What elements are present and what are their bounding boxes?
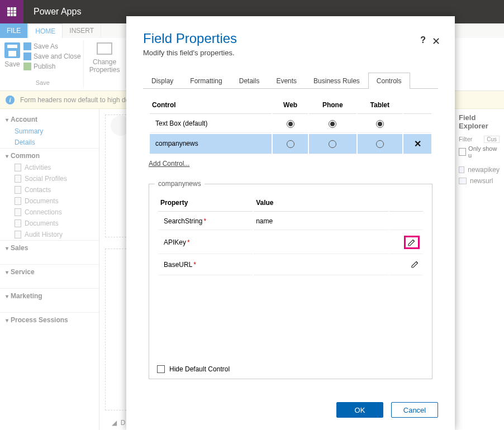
- radio-tablet[interactable]: [376, 140, 384, 148]
- tab-display[interactable]: Display: [143, 73, 182, 89]
- tab-details[interactable]: Details: [231, 73, 268, 89]
- property-value: name: [254, 213, 388, 230]
- dialog-title: Field Properties: [143, 31, 438, 46]
- col-tablet: Tablet: [358, 97, 402, 114]
- edit-pencil-icon[interactable]: [411, 260, 420, 269]
- control-name: Text Box (default): [150, 115, 272, 133]
- control-properties-fieldset: companynews Property Value SearchString*…: [149, 184, 432, 379]
- dialog-close-icon[interactable]: ✕: [432, 35, 440, 47]
- property-name: BaseURL*: [158, 255, 253, 275]
- control-row[interactable]: Text Box (default): [150, 115, 431, 133]
- col-web: Web: [273, 97, 308, 114]
- radio-web[interactable]: [287, 120, 294, 128]
- property-name: APIKey*: [158, 231, 253, 254]
- col-phone: Phone: [309, 97, 356, 114]
- edit-pencil-highlight[interactable]: [404, 236, 420, 249]
- radio-tablet[interactable]: [376, 120, 384, 128]
- controls-table: Control Web Phone Tablet Text Box (defau…: [149, 95, 432, 155]
- radio-web[interactable]: [287, 140, 294, 148]
- property-value: [254, 231, 388, 254]
- tab-controls[interactable]: Controls: [368, 73, 410, 89]
- fieldset-legend: companynews: [155, 180, 205, 188]
- app-name: Power Apps: [34, 7, 81, 17]
- property-value: [254, 255, 388, 275]
- tab-events[interactable]: Events: [268, 73, 305, 89]
- cancel-button[interactable]: Cancel: [391, 402, 438, 418]
- waffle-launcher[interactable]: [0, 0, 23, 23]
- delete-control-icon[interactable]: ✕: [414, 139, 421, 149]
- col-value: Value: [254, 194, 388, 212]
- waffle-icon: [7, 7, 16, 16]
- dialog-tabs: Display Formatting Details Events Busine…: [143, 73, 438, 89]
- control-row[interactable]: companynews✕: [150, 134, 431, 154]
- hide-default-label: Hide Default Control: [169, 365, 230, 373]
- tab-formatting[interactable]: Formatting: [182, 73, 230, 89]
- property-row: APIKey*: [158, 231, 423, 254]
- radio-phone[interactable]: [329, 140, 336, 148]
- col-control: Control: [150, 97, 272, 114]
- dialog-help-icon[interactable]: ?: [420, 35, 426, 45]
- property-row: BaseURL*: [158, 255, 423, 275]
- radio-phone[interactable]: [329, 120, 336, 128]
- ok-button[interactable]: OK: [336, 402, 383, 418]
- edit-pencil-icon[interactable]: [407, 238, 416, 247]
- property-row: SearchString*name: [158, 213, 423, 230]
- control-name: companynews: [150, 134, 272, 154]
- add-control-link[interactable]: Add Control...: [149, 160, 189, 168]
- field-properties-dialog: ? ✕ Field Properties Modify this field's…: [126, 16, 455, 430]
- col-property: Property: [158, 194, 253, 212]
- tab-business-rules[interactable]: Business Rules: [305, 73, 368, 89]
- property-name: SearchString*: [158, 213, 253, 230]
- properties-table: Property Value SearchString*nameAPIKey*B…: [157, 193, 424, 276]
- dialog-subtitle: Modify this field's properties.: [143, 49, 438, 57]
- hide-default-checkbox[interactable]: [157, 365, 165, 373]
